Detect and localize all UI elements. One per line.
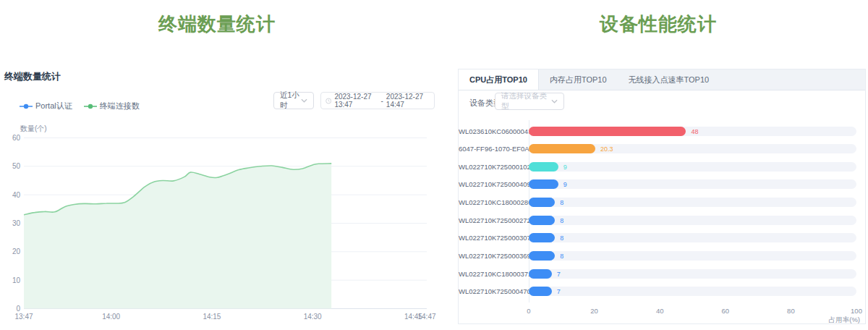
svg-text:14:47: 14:47	[417, 313, 435, 321]
svg-text:14:15: 14:15	[203, 313, 221, 321]
bar-row-label: WL022710KC18000280	[459, 198, 523, 207]
bar-value: 9	[563, 181, 567, 188]
time-range-select[interactable]: 近1小时	[273, 92, 314, 109]
bar-value: 20.3	[600, 145, 613, 153]
svg-text:14:00: 14:00	[102, 313, 120, 321]
date-range-start: 2023-12-27 13:47	[334, 93, 378, 109]
legend-item-1[interactable]: 终端连接数	[84, 101, 140, 111]
bar-row-label: WL022710K725000470	[459, 287, 523, 296]
bar-row-label: WL022710K725000102	[459, 163, 523, 172]
bar-fill[interactable]	[529, 269, 552, 279]
bar-value: 8	[560, 234, 563, 242]
bar-fill[interactable]	[529, 179, 558, 189]
bar-track	[529, 251, 856, 261]
x-axis-tick: 100	[851, 307, 862, 315]
date-range-end: 2023-12-27 14:47	[386, 93, 430, 109]
legend-item-0[interactable]: Portal认证	[20, 101, 72, 111]
tab-0[interactable]: CPU占用TOP10	[459, 69, 539, 90]
bar-row-label: WL022710K725000307	[459, 234, 523, 242]
x-axis-tick: 80	[787, 307, 795, 315]
performance-tabs: CPU占用TOP10内存占用TOP10无线接入点速率TOP10	[459, 69, 865, 90]
x-axis-tick: 0	[527, 307, 530, 315]
bar-track	[529, 269, 856, 279]
tab-2[interactable]: 无线接入点速率TOP10	[618, 69, 720, 90]
x-axis-tick: 20	[590, 307, 598, 315]
bar-value: 7	[557, 271, 561, 278]
tab-1[interactable]: 内存占用TOP10	[539, 69, 618, 90]
left-section-title: 终端数量统计	[0, 12, 434, 37]
bar-row-label: WL023610KC06000043	[459, 127, 523, 136]
svg-text:13:47: 13:47	[14, 313, 33, 321]
bar-track	[529, 287, 856, 296]
dashboard: 终端数量统计 终端数量统计 近1小时 2023-12-27 13:47 - 20…	[0, 0, 868, 330]
bar-track	[529, 216, 856, 225]
date-range-picker[interactable]: 2023-12-27 13:47 - 2023-12-27 14:47	[320, 92, 435, 109]
svg-text:0: 0	[16, 305, 20, 313]
date-range-separator: -	[381, 97, 383, 105]
bar-value: 48	[691, 128, 698, 135]
bar-track	[529, 144, 856, 153]
bar-row-label: WL022710KC18000372	[459, 270, 523, 279]
bar-track	[529, 179, 856, 189]
bar-row-label: WL022710K725000409	[459, 180, 523, 189]
bar-value: 8	[560, 199, 563, 206]
legend-marker-icon	[84, 103, 97, 109]
bar-value: 7	[557, 288, 561, 295]
device-performance-card: CPU占用TOP10内存占用TOP10无线接入点速率TOP10 设备类型 请选择…	[458, 69, 866, 324]
bar-track	[529, 162, 856, 172]
terminal-count-line-chart[interactable]: 010203040506013:4714:0014:1514:3014:4514…	[0, 116, 448, 330]
bar-value: 8	[560, 217, 563, 224]
legend-marker-icon	[20, 103, 33, 109]
bar-row-label: WL022710K725000369	[459, 252, 523, 261]
bar-track	[529, 233, 856, 242]
svg-text:20: 20	[12, 248, 21, 255]
x-axis-tick: 60	[722, 307, 730, 315]
svg-text:60: 60	[12, 134, 21, 142]
svg-text:30: 30	[12, 219, 21, 227]
svg-text:10: 10	[12, 276, 21, 284]
bar-fill[interactable]	[529, 198, 555, 207]
x-axis-tick: 40	[656, 307, 664, 315]
svg-text:40: 40	[12, 191, 21, 199]
x-axis-label: 占用率(%)	[829, 316, 860, 325]
bar-fill[interactable]	[529, 233, 555, 242]
bar-value: 9	[563, 164, 567, 171]
bar-fill[interactable]	[529, 216, 555, 225]
bar-fill[interactable]	[529, 127, 686, 136]
bar-fill[interactable]	[529, 144, 595, 153]
bar-fill[interactable]	[529, 287, 552, 296]
bar-fill[interactable]	[529, 251, 555, 261]
chevron-down-icon	[301, 98, 307, 103]
bar-row-label: WL022710K725000272	[459, 216, 523, 225]
left-panel-title: 终端数量统计	[4, 70, 61, 83]
bar-track	[529, 198, 856, 207]
right-section-title: 设备性能统计	[448, 12, 868, 37]
clock-icon	[326, 97, 331, 105]
svg-text:50: 50	[12, 162, 21, 170]
line-chart-legend: Portal认证终端连接数	[20, 101, 140, 111]
time-range-value: 近1小时	[280, 90, 301, 111]
chevron-down-icon	[551, 99, 558, 103]
bar-fill[interactable]	[529, 162, 558, 172]
device-type-select[interactable]: 请选择设备类型	[495, 93, 564, 110]
bar-value: 8	[560, 253, 563, 260]
svg-text:14:30: 14:30	[304, 313, 322, 321]
bar-row-label: 6047-FF96-1070-EF0A	[459, 145, 523, 153]
device-type-placeholder: 请选择设备类型	[501, 91, 551, 111]
